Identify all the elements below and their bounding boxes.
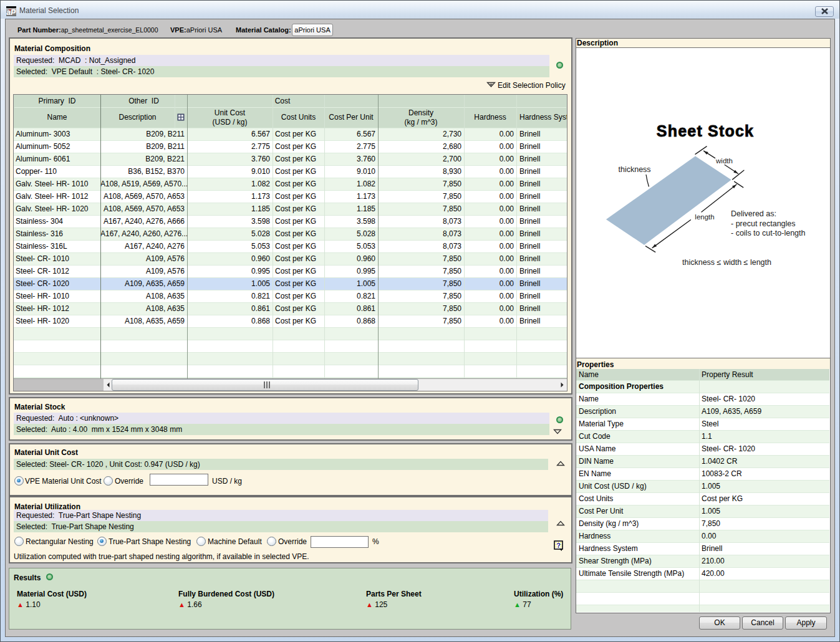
svg-text:length: length (695, 213, 714, 221)
svg-text:Sheet Stock: Sheet Stock (657, 122, 754, 140)
svg-text:width: width (715, 157, 733, 165)
svg-text:?: ? (556, 542, 561, 549)
svg-text:- precut rectangles: - precut rectangles (731, 219, 796, 228)
svg-text:thickness: thickness (619, 165, 651, 174)
svg-text:aP: aP (7, 8, 17, 16)
svg-text:thickness ≤ width ≤ length: thickness ≤ width ≤ length (682, 258, 771, 267)
svg-text:- coils to cut-to-length: - coils to cut-to-length (731, 229, 806, 237)
svg-text:Delivered as:: Delivered as: (731, 209, 776, 218)
